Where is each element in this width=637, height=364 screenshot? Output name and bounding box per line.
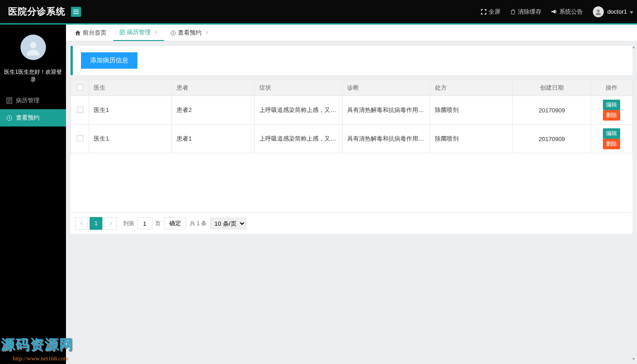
cell-created: 20170909 bbox=[513, 125, 591, 153]
home-icon bbox=[75, 30, 81, 35]
top-header: 医院分诊系统 全屏 清除缓存 系统公告 doctor1 bbox=[0, 0, 637, 23]
chevron-left-icon bbox=[80, 221, 83, 226]
page-go-button[interactable]: 确定 bbox=[164, 217, 186, 229]
pagination: 1 到第 页 确定 共 1 条 10 条/页 bbox=[71, 212, 632, 234]
edit-button[interactable]: 编辑 bbox=[603, 100, 620, 110]
records-table: 医生 患者 症状 诊断 处方 创建日期 操作 医生1患者2上呼吸道感染简称上感，… bbox=[71, 80, 632, 234]
tab-close-icon[interactable]: × bbox=[205, 30, 208, 36]
sidebar-item-label: 病历管理 bbox=[16, 96, 40, 105]
clock-icon bbox=[6, 115, 12, 121]
clear-cache-button[interactable]: 清除缓存 bbox=[511, 8, 541, 16]
cell-prescription: 除菌喷剂 bbox=[430, 96, 513, 125]
avatar-icon bbox=[593, 6, 604, 17]
sidebar-item-label: 查看预约 bbox=[16, 114, 40, 122]
tab-bar: 前台首页 病历管理 × 查看预约 × bbox=[66, 25, 637, 41]
page-input[interactable] bbox=[137, 217, 152, 229]
caret-down-icon bbox=[630, 8, 633, 15]
cell-doctor: 医生1 bbox=[89, 96, 172, 125]
sidebar-avatar bbox=[20, 35, 46, 60]
page-size-select[interactable]: 10 条/页 bbox=[210, 217, 246, 229]
page-prev-button[interactable] bbox=[75, 217, 88, 230]
cell-actions: 编辑删除 bbox=[591, 96, 632, 125]
announcement-button[interactable]: 系统公告 bbox=[551, 8, 583, 16]
goto-prefix: 到第 bbox=[123, 220, 134, 228]
svg-point-0 bbox=[597, 10, 600, 12]
cell-patient: 患者1 bbox=[172, 125, 255, 153]
main-area: 前台首页 病历管理 × 查看预约 × 添加病历信息 bbox=[66, 25, 637, 364]
cell-diagnosis: 具有清热解毒和抗病毒作用的中... bbox=[342, 125, 430, 153]
username-label: doctor1 bbox=[607, 8, 627, 15]
chevron-right-icon bbox=[109, 221, 112, 226]
row-checkbox[interactable] bbox=[71, 96, 89, 125]
sidebar-item-appointments[interactable]: 查看预约 bbox=[0, 109, 66, 126]
tab-appointments[interactable]: 查看预约 × bbox=[164, 25, 215, 41]
menu-toggle-button[interactable] bbox=[71, 7, 81, 17]
cell-prescription: 除菌喷剂 bbox=[430, 125, 513, 153]
tab-home[interactable]: 前台首页 bbox=[69, 25, 113, 41]
app-title: 医院分诊系统 bbox=[8, 5, 66, 18]
col-diagnosis: 诊断 bbox=[342, 80, 430, 96]
col-actions: 操作 bbox=[591, 80, 632, 96]
cell-diagnosis: 具有清热解毒和抗病毒作用的中... bbox=[342, 96, 430, 125]
delete-button[interactable]: 删除 bbox=[603, 110, 620, 121]
cell-created: 20170909 bbox=[513, 96, 591, 125]
tab-label: 查看预约 bbox=[178, 29, 202, 37]
cell-symptom: 上呼吸道感染简称上感，又称普... bbox=[254, 96, 342, 125]
add-record-button[interactable]: 添加病历信息 bbox=[81, 52, 137, 69]
cell-doctor: 医生1 bbox=[89, 125, 172, 153]
bullhorn-icon bbox=[551, 9, 557, 14]
col-prescription: 处方 bbox=[430, 80, 513, 96]
sidebar-greeting: 医生1医生您好！欢迎登录 bbox=[0, 68, 66, 84]
col-created: 创建日期 bbox=[513, 80, 591, 96]
cell-actions: 编辑删除 bbox=[591, 125, 632, 153]
action-card: 添加病历信息 bbox=[71, 46, 632, 75]
user-menu[interactable]: doctor1 bbox=[593, 6, 633, 17]
edit-button[interactable]: 编辑 bbox=[603, 128, 620, 139]
delete-button[interactable]: 删除 bbox=[603, 139, 620, 149]
sidebar: 医生1医生您好！欢迎登录 病历管理 查看预约 bbox=[0, 25, 66, 364]
col-patient: 患者 bbox=[172, 80, 255, 96]
cell-symptom: 上呼吸道感染简称上感，又称普... bbox=[254, 125, 342, 153]
table-row: 医生1患者1上呼吸道感染简称上感，又称普...具有清热解毒和抗病毒作用的中...… bbox=[71, 125, 632, 153]
scroll-down-icon: ▾ bbox=[630, 356, 637, 361]
clear-cache-label: 清除缓存 bbox=[518, 8, 541, 16]
scrollbar[interactable]: ▴ ▾ bbox=[630, 44, 637, 361]
content-area: 添加病历信息 医生 患者 症状 诊断 处方 创建日期 bbox=[66, 41, 637, 364]
page-number-button[interactable]: 1 bbox=[90, 217, 102, 230]
document-icon bbox=[6, 97, 12, 104]
table-row: 医生1患者2上呼吸道感染简称上感，又称普...具有清热解毒和抗病毒作用的中...… bbox=[71, 96, 632, 125]
trash-icon bbox=[511, 9, 516, 15]
cell-patient: 患者2 bbox=[172, 96, 255, 125]
fullscreen-icon bbox=[481, 9, 486, 15]
hamburger-icon bbox=[73, 10, 79, 14]
total-count: 共 1 条 bbox=[190, 220, 207, 228]
fullscreen-label: 全屏 bbox=[489, 8, 500, 16]
tab-close-icon[interactable]: × bbox=[154, 29, 157, 35]
tab-label: 前台首页 bbox=[83, 29, 106, 37]
tab-records[interactable]: 病历管理 × bbox=[113, 25, 164, 41]
fullscreen-button[interactable]: 全屏 bbox=[481, 8, 500, 16]
sidebar-item-records[interactable]: 病历管理 bbox=[0, 92, 66, 109]
table-header-row: 医生 患者 症状 诊断 处方 创建日期 操作 bbox=[71, 80, 632, 96]
select-all-header[interactable] bbox=[71, 80, 89, 96]
clock-icon bbox=[171, 30, 176, 35]
col-doctor: 医生 bbox=[89, 80, 172, 96]
document-icon bbox=[120, 30, 125, 35]
announcement-label: 系统公告 bbox=[559, 8, 583, 16]
col-symptom: 症状 bbox=[254, 80, 342, 96]
goto-suffix: 页 bbox=[155, 220, 161, 228]
row-checkbox[interactable] bbox=[71, 125, 89, 153]
svg-point-1 bbox=[30, 42, 36, 48]
scroll-up-icon: ▴ bbox=[630, 44, 637, 49]
tab-label: 病历管理 bbox=[127, 28, 151, 36]
page-next-button[interactable] bbox=[104, 217, 117, 230]
